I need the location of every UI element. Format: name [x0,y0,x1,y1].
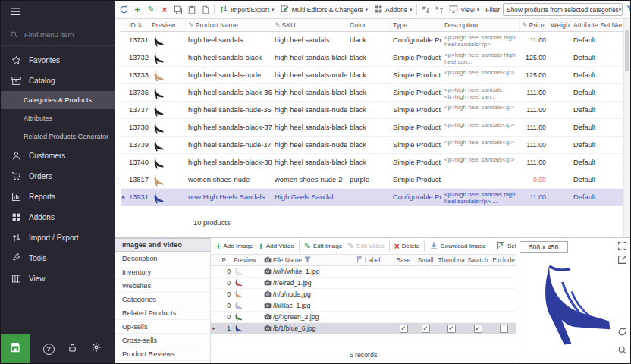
images-col-exclude[interactable]: Exclude [490,255,517,265]
import-export-menu[interactable]: Import/Export▾ [216,3,278,17]
images-col-base[interactable]: Base [393,255,414,265]
tab-categories[interactable]: Categories [115,293,210,306]
product-row[interactable]: 13732high heel sandals-blackhigh heel sa… [121,49,623,67]
cell-small[interactable]: ✓ [414,323,437,334]
small-checkbox[interactable]: ✓ [422,325,430,333]
set-resize-rule-button[interactable]: Set Resize Rule▾ [494,240,516,253]
settings-button[interactable] [91,342,102,356]
tab-cross-sells[interactable]: Cross-sells [115,334,210,347]
rotate-icon[interactable] [617,326,628,337]
image-row[interactable]: 0/w/h/white_1.jpg [211,266,516,278]
cell-base[interactable]: ✓ [393,323,414,334]
product-row[interactable]: 13738high heel sandals-black-37high heel… [121,119,623,136]
add-video-button[interactable]: +Add Video [256,240,296,253]
exclude-checkbox[interactable] [500,325,508,333]
edit-video-button[interactable]: ✎Edit Video [345,240,387,253]
sort-ascending-button[interactable] [419,3,432,17]
product-row[interactable]: 13737high heel sandals-nude-36high heel … [121,102,623,119]
tab-inventory[interactable]: Inventory [115,265,210,279]
sidebar-item-attributes[interactable]: Attributes [1,109,115,127]
sidebar-item-view[interactable]: View [1,268,115,289]
product-row[interactable]: 13817women shoes-nudewomen shoes-nude-2p… [121,171,623,189]
sidebar-item-customers[interactable]: Customers [1,146,115,166]
images-col-thumb[interactable]: Thumbna [437,255,466,265]
fullscreen-icon[interactable] [617,240,628,252]
download-image-button[interactable]: Download Image [427,240,488,253]
tab-related-products[interactable]: Related Products [115,306,210,320]
image-row[interactable]: 0/n/u/nude.jpg [211,289,516,300]
sidebar-item-categories-products[interactable]: Categories & Products [1,91,115,109]
hamburger-menu-button[interactable] [1,1,115,24]
copy-button[interactable] [171,3,185,17]
products-col-sku[interactable]: ✎SKU [272,19,347,31]
products-col-id[interactable]: ID⇅ [127,19,149,31]
images-col-preview[interactable]: Preview [232,255,262,265]
external-link-icon[interactable] [617,254,628,265]
view-menu[interactable]: View▾ [446,3,482,17]
sidebar-item-import-export[interactable]: Import / Export [1,228,115,248]
edit-product-button[interactable]: ✎ [144,3,158,17]
swatch-checkbox[interactable]: ✓ [474,325,482,333]
tab-up-sells[interactable]: Up-sells [115,320,210,334]
edit-image-button[interactable]: ✎Edit Image [302,240,344,253]
add-image-button[interactable]: +Add Image [213,240,255,253]
tab-product-reviews[interactable]: Product Reviews [115,347,210,361]
products-col-description[interactable]: Description [442,19,520,31]
images-col-swatch[interactable]: Swatch [466,255,490,265]
images-col-priority[interactable]: P... [217,255,232,265]
refresh-button[interactable] [117,3,130,17]
products-col-color[interactable]: Color [347,19,391,31]
products-col-preview[interactable]: Preview [149,19,186,31]
panel-splitter-handle[interactable]: ⋮ [115,177,121,184]
cell-exclude[interactable] [490,323,517,334]
sidebar-item-catalog[interactable]: Catalog [1,71,115,91]
base-checkbox[interactable]: ✓ [400,325,408,333]
product-row[interactable]: 13739high heel sandals-nude-37high heel … [121,136,623,154]
tab-images-and-video[interactable]: Images and Video [115,238,210,252]
cell-thumb[interactable]: ✓ [437,323,466,334]
store-button[interactable] [1,334,30,363]
thumb-checkbox[interactable]: ✓ [447,325,456,333]
vertical-scrollbar[interactable] [623,19,630,237]
sidebar-item-tools[interactable]: Tools [1,248,115,268]
products-col-price[interactable]: ✎Price, [520,19,548,31]
help-button[interactable]: ? [43,344,55,355]
products-col-weight[interactable]: Weight [548,19,571,31]
product-row[interactable]: 13733high heel sandals-nudehigh heel san… [121,67,623,84]
sidebar-item-favorites[interactable]: Favorites [1,50,115,71]
product-row[interactable]: 13736high heel sandals-black-36high heel… [121,84,623,102]
image-row[interactable]: 0/g/r/green_2.jpg [211,312,516,323]
products-col-type[interactable]: Type [391,19,442,31]
products-col-name[interactable]: ✎Product Name [186,19,272,31]
tab-websites[interactable]: Websites [115,279,210,293]
product-row[interactable]: ▸13931new High Heels SandalsHigh Geels S… [121,189,623,206]
multi-editors-changers-menu[interactable]: Multi Editors & Changers▾ [278,3,372,17]
products-col-attribute_set[interactable]: Attribute Set Name [571,19,625,31]
product-row[interactable]: 13740high heel sandals-black-38high heel… [121,154,623,171]
images-col-file[interactable]: File Name [262,255,355,265]
category-filter-select[interactable]: Show products from selected categories▾ [503,3,623,16]
image-row[interactable]: 0/l/i/lilac_1.jpg [211,300,516,312]
sidebar-item-reports[interactable]: Reports [1,187,115,207]
sort-descending-button[interactable] [432,3,446,17]
lock-button[interactable] [67,342,77,356]
product-row[interactable]: 13731high heel sandalshigh heel sandalsb… [121,32,623,49]
scrollbar-thumb[interactable] [625,30,629,71]
cell-swatch[interactable]: ✓ [466,323,490,334]
paste-button[interactable] [185,3,199,17]
image-row[interactable]: 0/r/e/red_1.jpg [211,278,516,289]
delete-image-button[interactable]: ×Delete [392,240,422,253]
add-product-button[interactable]: + [130,3,144,17]
sidebar-item-orders[interactable]: Orders [1,166,115,187]
images-col-small[interactable]: Small [414,255,437,265]
tab-description[interactable]: Description [115,252,210,265]
images-col-label[interactable]: Label [355,255,393,265]
filters-menu[interactable]: Filters▾ [623,3,630,17]
delete-product-button[interactable]: × [158,3,171,17]
zoom-icon[interactable] [617,344,628,356]
export-document-button[interactable] [199,3,212,17]
addons-menu[interactable]: Addons▾ [371,3,415,17]
menu-search-input[interactable] [24,30,100,39]
image-row[interactable]: ▸1/b/1/blue_6.jpg✓✓✓✓ [211,323,516,334]
sidebar-item-addons[interactable]: Addons [1,207,115,228]
